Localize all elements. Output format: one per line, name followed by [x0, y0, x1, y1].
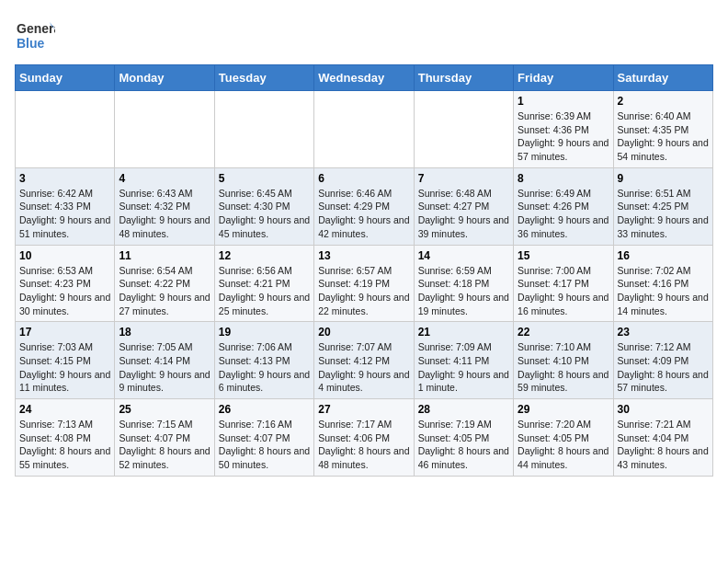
calendar-cell: 21Sunrise: 7:09 AMSunset: 4:11 PMDayligh…: [414, 322, 513, 399]
day-info: Sunrise: 7:07 AMSunset: 4:12 PMDaylight:…: [318, 340, 409, 395]
calendar-cell: [314, 91, 414, 168]
calendar-cell: 22Sunrise: 7:10 AMSunset: 4:10 PMDayligh…: [514, 322, 613, 399]
calendar-body: 1Sunrise: 6:39 AMSunset: 4:36 PMDaylight…: [16, 91, 713, 477]
day-number: 12: [219, 249, 310, 262]
svg-text:Blue: Blue: [17, 36, 45, 51]
day-number: 21: [418, 326, 509, 339]
day-number: 23: [618, 326, 709, 339]
calendar-cell: 24Sunrise: 7:13 AMSunset: 4:08 PMDayligh…: [16, 399, 115, 477]
day-info: Sunrise: 6:51 AMSunset: 4:25 PMDaylight:…: [618, 187, 709, 241]
calendar-cell: 15Sunrise: 7:00 AMSunset: 4:17 PMDayligh…: [514, 245, 613, 322]
day-number: 3: [19, 172, 110, 185]
page-header: General Blue: [15, 15, 713, 55]
calendar-cell: 30Sunrise: 7:21 AMSunset: 4:04 PMDayligh…: [613, 399, 712, 477]
svg-text:General: General: [17, 21, 55, 36]
calendar-cell: 20Sunrise: 7:07 AMSunset: 4:12 PMDayligh…: [314, 322, 414, 399]
day-number: 10: [19, 249, 110, 262]
day-info: Sunrise: 7:15 AMSunset: 4:07 PMDaylight:…: [119, 418, 210, 472]
weekday-header-sunday: Sunday: [16, 65, 115, 91]
day-number: 1: [518, 95, 609, 108]
day-info: Sunrise: 6:49 AMSunset: 4:26 PMDaylight:…: [518, 187, 609, 241]
calendar-table: SundayMondayTuesdayWednesdayThursdayFrid…: [15, 64, 713, 477]
day-info: Sunrise: 7:09 AMSunset: 4:11 PMDaylight:…: [418, 340, 509, 395]
day-number: 8: [518, 172, 609, 185]
calendar-cell: [115, 91, 214, 168]
calendar-cell: 11Sunrise: 6:54 AMSunset: 4:22 PMDayligh…: [115, 245, 214, 322]
day-number: 7: [418, 172, 509, 185]
day-number: 2: [618, 95, 709, 108]
day-number: 22: [518, 326, 609, 339]
day-number: 15: [518, 249, 609, 262]
day-number: 26: [219, 403, 310, 416]
weekday-header-monday: Monday: [115, 65, 214, 91]
day-number: 13: [318, 249, 409, 262]
calendar-cell: 5Sunrise: 6:45 AMSunset: 4:30 PMDaylight…: [214, 167, 313, 245]
day-info: Sunrise: 7:03 AMSunset: 4:15 PMDaylight:…: [19, 340, 110, 395]
calendar-week-3: 10Sunrise: 6:53 AMSunset: 4:23 PMDayligh…: [16, 245, 713, 322]
day-number: 29: [518, 403, 609, 416]
logo-svg: General Blue: [15, 15, 55, 55]
day-info: Sunrise: 7:13 AMSunset: 4:08 PMDaylight:…: [19, 418, 110, 472]
day-info: Sunrise: 6:56 AMSunset: 4:21 PMDaylight:…: [219, 264, 310, 318]
calendar-cell: 8Sunrise: 6:49 AMSunset: 4:26 PMDaylight…: [514, 167, 613, 245]
day-number: 24: [19, 403, 110, 416]
weekday-header-row: SundayMondayTuesdayWednesdayThursdayFrid…: [16, 65, 713, 91]
day-number: 25: [119, 403, 210, 416]
day-number: 19: [219, 326, 310, 339]
day-number: 16: [618, 249, 709, 262]
logo: General Blue: [15, 15, 55, 55]
calendar-cell: 2Sunrise: 6:40 AMSunset: 4:35 PMDaylight…: [613, 91, 712, 168]
calendar-week-5: 24Sunrise: 7:13 AMSunset: 4:08 PMDayligh…: [16, 399, 713, 477]
calendar-cell: 29Sunrise: 7:20 AMSunset: 4:05 PMDayligh…: [514, 399, 613, 477]
day-number: 5: [219, 172, 310, 185]
day-number: 27: [318, 403, 409, 416]
calendar-cell: [414, 91, 513, 168]
calendar-week-1: 1Sunrise: 6:39 AMSunset: 4:36 PMDaylight…: [16, 91, 713, 168]
day-number: 30: [618, 403, 709, 416]
day-info: Sunrise: 7:06 AMSunset: 4:13 PMDaylight:…: [219, 340, 310, 395]
day-info: Sunrise: 7:21 AMSunset: 4:04 PMDaylight:…: [618, 418, 709, 472]
day-info: Sunrise: 6:54 AMSunset: 4:22 PMDaylight:…: [119, 264, 210, 318]
day-info: Sunrise: 6:40 AMSunset: 4:35 PMDaylight:…: [618, 109, 709, 164]
calendar-cell: 12Sunrise: 6:56 AMSunset: 4:21 PMDayligh…: [214, 245, 313, 322]
day-info: Sunrise: 6:43 AMSunset: 4:32 PMDaylight:…: [119, 187, 210, 241]
calendar-cell: 4Sunrise: 6:43 AMSunset: 4:32 PMDaylight…: [115, 167, 214, 245]
weekday-header-thursday: Thursday: [414, 65, 513, 91]
calendar-cell: 1Sunrise: 6:39 AMSunset: 4:36 PMDaylight…: [514, 91, 613, 168]
day-info: Sunrise: 6:59 AMSunset: 4:18 PMDaylight:…: [418, 264, 509, 318]
day-info: Sunrise: 7:16 AMSunset: 4:07 PMDaylight:…: [219, 418, 310, 472]
day-info: Sunrise: 6:42 AMSunset: 4:33 PMDaylight:…: [19, 187, 110, 241]
calendar-cell: 23Sunrise: 7:12 AMSunset: 4:09 PMDayligh…: [613, 322, 712, 399]
day-number: 9: [618, 172, 709, 185]
calendar-header: SundayMondayTuesdayWednesdayThursdayFrid…: [16, 65, 713, 91]
calendar-week-2: 3Sunrise: 6:42 AMSunset: 4:33 PMDaylight…: [16, 167, 713, 245]
day-info: Sunrise: 6:57 AMSunset: 4:19 PMDaylight:…: [318, 264, 409, 318]
day-info: Sunrise: 6:48 AMSunset: 4:27 PMDaylight:…: [418, 187, 509, 241]
calendar-cell: 19Sunrise: 7:06 AMSunset: 4:13 PMDayligh…: [214, 322, 313, 399]
calendar-cell: 9Sunrise: 6:51 AMSunset: 4:25 PMDaylight…: [613, 167, 712, 245]
day-number: 4: [119, 172, 210, 185]
calendar-cell: 10Sunrise: 6:53 AMSunset: 4:23 PMDayligh…: [16, 245, 115, 322]
day-number: 14: [418, 249, 509, 262]
day-info: Sunrise: 7:19 AMSunset: 4:05 PMDaylight:…: [418, 418, 509, 472]
calendar-cell: 3Sunrise: 6:42 AMSunset: 4:33 PMDaylight…: [16, 167, 115, 245]
day-info: Sunrise: 7:17 AMSunset: 4:06 PMDaylight:…: [318, 418, 409, 472]
calendar-cell: [214, 91, 313, 168]
weekday-header-saturday: Saturday: [613, 65, 712, 91]
calendar-cell: 28Sunrise: 7:19 AMSunset: 4:05 PMDayligh…: [414, 399, 513, 477]
day-info: Sunrise: 7:20 AMSunset: 4:05 PMDaylight:…: [518, 418, 609, 472]
day-number: 6: [318, 172, 409, 185]
weekday-header-tuesday: Tuesday: [214, 65, 313, 91]
day-number: 11: [119, 249, 210, 262]
day-number: 20: [318, 326, 409, 339]
day-info: Sunrise: 7:10 AMSunset: 4:10 PMDaylight:…: [518, 340, 609, 395]
day-info: Sunrise: 7:12 AMSunset: 4:09 PMDaylight:…: [618, 340, 709, 395]
calendar-cell: [16, 91, 115, 168]
calendar-cell: 13Sunrise: 6:57 AMSunset: 4:19 PMDayligh…: [314, 245, 414, 322]
calendar-cell: 6Sunrise: 6:46 AMSunset: 4:29 PMDaylight…: [314, 167, 414, 245]
day-number: 17: [19, 326, 110, 339]
day-number: 18: [119, 326, 210, 339]
calendar-week-4: 17Sunrise: 7:03 AMSunset: 4:15 PMDayligh…: [16, 322, 713, 399]
weekday-header-friday: Friday: [514, 65, 613, 91]
calendar-cell: 18Sunrise: 7:05 AMSunset: 4:14 PMDayligh…: [115, 322, 214, 399]
